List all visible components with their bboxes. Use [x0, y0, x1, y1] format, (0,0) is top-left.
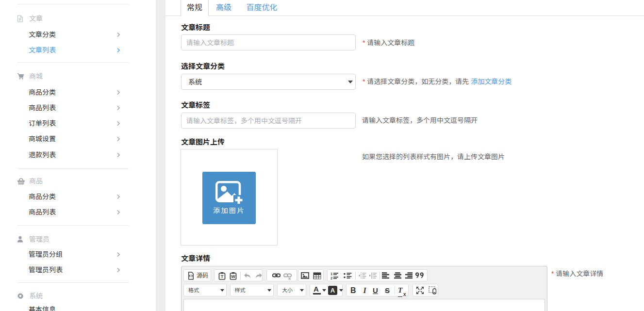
svg-text:2: 2 [330, 276, 332, 280]
svg-text:T: T [220, 274, 223, 279]
svg-text:W: W [231, 274, 235, 279]
svg-text:1: 1 [330, 272, 332, 276]
